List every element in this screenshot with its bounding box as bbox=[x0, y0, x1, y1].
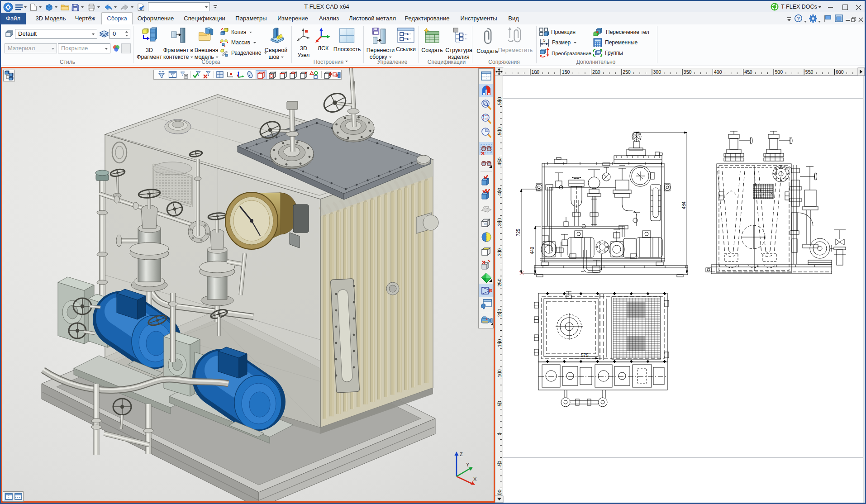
svg-text:484: 484 bbox=[681, 201, 686, 209]
svg-text:Z: Z bbox=[460, 452, 463, 457]
svg-text:5: 5 bbox=[543, 38, 545, 43]
svg-text:-50: -50 bbox=[497, 461, 502, 467]
svg-text:200: 200 bbox=[592, 69, 600, 75]
svg-text:400: 400 bbox=[714, 69, 722, 75]
svg-text:350: 350 bbox=[684, 69, 692, 75]
svg-text:600: 600 bbox=[836, 69, 844, 75]
svg-text:300: 300 bbox=[497, 248, 502, 257]
svg-text:0: 0 bbox=[497, 433, 502, 435]
svg-text:725: 725 bbox=[516, 228, 521, 236]
svg-text:Y: Y bbox=[466, 462, 470, 467]
svg-text:?: ? bbox=[797, 16, 800, 21]
svg-text:550: 550 bbox=[805, 69, 814, 75]
svg-text:250: 250 bbox=[497, 279, 502, 287]
svg-text:X: X bbox=[473, 476, 477, 482]
svg-text:150: 150 bbox=[497, 339, 502, 347]
svg-text:350: 350 bbox=[497, 218, 502, 226]
svg-text:200: 200 bbox=[497, 309, 502, 317]
svg-text:150: 150 bbox=[562, 69, 570, 75]
svg-text:575: 575 bbox=[581, 353, 589, 358]
svg-text:550: 550 bbox=[497, 97, 502, 105]
svg-text:100: 100 bbox=[532, 69, 540, 75]
svg-text:440: 440 bbox=[530, 247, 535, 254]
svg-text:400: 400 bbox=[497, 188, 502, 196]
svg-text:500: 500 bbox=[775, 69, 783, 75]
svg-text:450: 450 bbox=[497, 157, 502, 166]
svg-text:300: 300 bbox=[653, 69, 661, 75]
svg-text:500: 500 bbox=[497, 127, 502, 135]
svg-text:50: 50 bbox=[497, 401, 502, 406]
svg-text:100: 100 bbox=[497, 369, 502, 377]
svg-text:450: 450 bbox=[744, 69, 752, 75]
svg-text:250: 250 bbox=[623, 69, 631, 75]
